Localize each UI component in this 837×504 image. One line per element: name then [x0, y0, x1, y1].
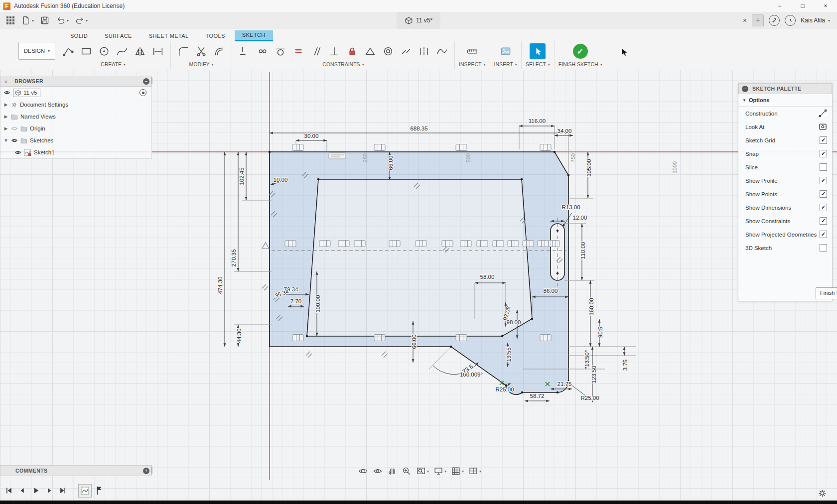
browser-row-origin[interactable]: ▶ Origin — [0, 123, 151, 134]
show-constraints-checkbox[interactable]: ✓ — [820, 217, 827, 225]
tab-tools[interactable]: TOOLS — [198, 30, 233, 41]
measure-icon[interactable] — [464, 43, 481, 60]
dimension-tool-icon[interactable] — [149, 43, 166, 60]
line-tool-icon[interactable] — [60, 43, 77, 60]
eye-icon[interactable] — [11, 137, 18, 144]
constraints-menu[interactable]: CONSTRAINTS▾ — [322, 61, 364, 67]
add-comment-icon[interactable]: + — [143, 468, 149, 474]
timeline-play-button[interactable] — [31, 485, 41, 496]
expander-icon[interactable]: ▶ — [3, 126, 8, 131]
parallel-constraint-icon[interactable] — [308, 43, 325, 60]
construction-toggle-icon[interactable] — [819, 109, 827, 118]
expander-icon[interactable]: ▶ — [3, 114, 8, 119]
mirror-tool-icon[interactable] — [132, 43, 148, 60]
offset-tool-icon[interactable] — [211, 43, 228, 60]
collinear-constraint-icon[interactable] — [398, 43, 415, 60]
symmetry-constraint-icon[interactable] — [416, 43, 432, 60]
finish-sketch-icon[interactable]: ✓ — [573, 44, 588, 59]
active-component-radio[interactable] — [140, 89, 146, 96]
palette-options-header[interactable]: ▼ Options — [738, 94, 832, 107]
browser-row-sketch1[interactable]: Sketch1 — [0, 146, 151, 158]
extensions-icon[interactable] — [769, 15, 780, 26]
fix-constraint-icon[interactable] — [344, 43, 361, 60]
select-tool-icon[interactable] — [530, 43, 546, 59]
sketch-grid-checkbox[interactable]: ✓ — [820, 136, 827, 144]
browser-row-named-views[interactable]: ▶ Named Views — [0, 111, 151, 123]
minimize-icon[interactable]: − — [768, 0, 791, 12]
browser-header[interactable]: « BROWSER − — [0, 76, 152, 87]
browser-collapse-icon[interactable]: − — [143, 78, 149, 85]
settings-gear-icon[interactable] — [818, 489, 827, 498]
circle-tool-icon[interactable] — [96, 43, 113, 60]
timeline-skip-start-button[interactable] — [4, 485, 14, 496]
close-icon[interactable]: × — [814, 0, 837, 12]
pan-icon[interactable] — [386, 465, 399, 477]
concentric-constraint-icon[interactable] — [380, 43, 397, 60]
expander-icon[interactable]: ▶ — [3, 102, 8, 107]
redo-icon[interactable]: ▾ — [73, 14, 90, 27]
finish-sketch-palette-button[interactable]: Finish S — [816, 287, 837, 299]
tab-close-icon[interactable]: × — [743, 16, 747, 24]
spline-tool-icon[interactable] — [114, 43, 131, 60]
look-at-button-icon[interactable] — [819, 123, 827, 131]
maximize-icon[interactable]: □ — [791, 0, 814, 12]
select-menu[interactable]: SELECT▾ — [526, 61, 550, 67]
browser-row-document[interactable]: 11 v5 — [0, 87, 151, 99]
workspace-selector[interactable]: DESIGN ▾ — [18, 42, 55, 60]
tab-surface[interactable]: SURFACE — [97, 30, 140, 41]
modify-menu[interactable]: MODIFY▾ — [189, 61, 214, 67]
browser-resize-grip[interactable] — [151, 77, 152, 84]
comments-header[interactable]: COMMENTS + — [0, 465, 152, 476]
timeline-step-forward-button[interactable] — [44, 485, 54, 496]
look-at-icon[interactable] — [371, 465, 384, 477]
grid-settings-icon[interactable]: ▾ — [449, 465, 465, 477]
new-tab-button[interactable]: + — [752, 14, 764, 26]
snap-checkbox[interactable]: ✓ — [820, 150, 827, 157]
inspect-menu[interactable]: INSPECT▾ — [459, 61, 486, 67]
document-tab[interactable]: 11 v5* — [397, 12, 440, 29]
curvature-constraint-icon[interactable] — [433, 43, 450, 60]
3d-sketch-checkbox[interactable] — [820, 244, 827, 252]
tab-sketch[interactable]: SKETCH — [235, 30, 273, 41]
rectangle-tool-icon[interactable] — [78, 43, 95, 60]
comments-resize-grip[interactable] — [151, 467, 152, 474]
timeline-skip-end-button[interactable] — [58, 485, 68, 496]
palette-header[interactable]: − SKETCH PALETTE — [738, 83, 832, 94]
eye-icon[interactable] — [14, 149, 21, 156]
show-projected-geometries-checkbox[interactable]: ✓ — [820, 231, 827, 238]
viewports-icon[interactable]: ▾ — [467, 465, 483, 477]
tab-solid[interactable]: SOLID — [63, 30, 95, 41]
fillet-tool-icon[interactable] — [175, 43, 192, 60]
eye-icon[interactable] — [3, 89, 10, 96]
fit-icon[interactable]: ▾ — [415, 465, 430, 477]
finish-sketch-button[interactable]: FINISH SKETCH▾ — [558, 61, 602, 67]
expander-icon[interactable]: ▼ — [3, 138, 8, 143]
eye-off-icon[interactable] — [11, 125, 18, 132]
zoom-icon[interactable] — [400, 465, 413, 477]
perpendicular-constraint-icon[interactable] — [326, 43, 343, 60]
user-menu[interactable]: Kais Alila ▾ — [801, 17, 830, 24]
equal-constraint-icon[interactable] — [290, 43, 307, 60]
tangent-constraint-icon[interactable] — [272, 43, 289, 60]
tab-sheet-metal[interactable]: SHEET METAL — [141, 30, 196, 41]
browser-row-document-settings[interactable]: ▶ Document Settings — [0, 99, 151, 111]
insert-image-icon[interactable] — [497, 43, 514, 60]
create-menu[interactable]: CREATE▾ — [101, 61, 126, 67]
trim-tool-icon[interactable] — [193, 43, 210, 60]
collapse-panel-icon[interactable]: « — [4, 78, 7, 84]
slice-checkbox[interactable] — [820, 163, 827, 171]
timeline-sketch-marker[interactable] — [78, 484, 92, 498]
browser-row-sketches[interactable]: ▼ Sketches — [0, 134, 151, 146]
horizontal-vertical-constraint-icon[interactable] — [236, 43, 253, 60]
job-status-icon[interactable] — [785, 15, 796, 26]
timeline-step-back-button[interactable] — [17, 485, 27, 496]
show-points-checkbox[interactable]: ✓ — [820, 190, 827, 198]
display-settings-icon[interactable]: ▾ — [432, 465, 448, 477]
show-profile-checkbox[interactable]: ✓ — [820, 177, 827, 184]
timeline-end-flag[interactable] — [95, 486, 103, 496]
midpoint-constraint-icon[interactable] — [362, 43, 379, 60]
coincident-constraint-icon[interactable] — [254, 43, 271, 60]
file-menu-icon[interactable]: ▾ — [19, 14, 36, 27]
app-grid-icon[interactable] — [4, 14, 17, 26]
palette-collapse-icon[interactable]: − — [742, 86, 748, 92]
